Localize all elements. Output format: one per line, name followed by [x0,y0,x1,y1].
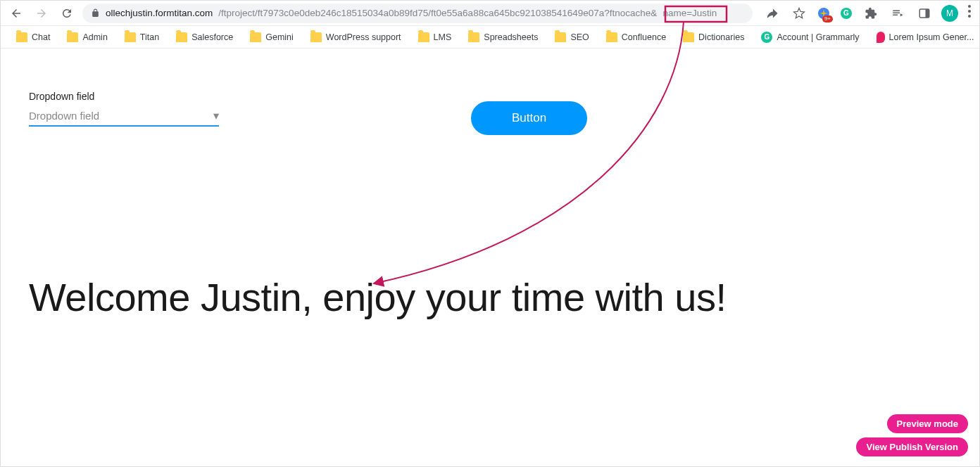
folder-icon [468,32,479,42]
bookmark-item[interactable]: Gemini [246,30,298,45]
kebab-icon [968,5,971,18]
toolbar-right-icons: 9+ G M [758,4,974,23]
bookmark-item[interactable]: Spreadsheets [464,30,542,45]
folder-icon [418,32,429,42]
svg-point-3 [968,5,971,8]
sidepanel-icon [918,7,931,20]
bookmark-label: LMS [434,32,452,42]
welcome-heading: Welcome Justin, enjoy your time with us! [29,274,951,320]
sidepanel-button[interactable] [915,4,934,23]
share-button[interactable] [762,4,782,23]
url-path: /ftproject/ft7973c0e0deb246c18515034a0b8… [218,8,657,18]
bookmark-star-button[interactable] [789,4,809,23]
url-query: name=Justin [662,8,717,18]
bookmark-label: Dictionaries [698,32,744,42]
svg-point-5 [968,15,971,18]
bookmark-item[interactable]: Lorem Ipsum Gener... [872,29,979,46]
folder-icon [176,32,187,42]
bookmark-label: Confluence [622,32,666,42]
arrow-right-icon [35,7,48,20]
dropdown-group: Dropdown field Dropdown field ▾ [29,91,219,127]
bookmarks-bar: ChatAdminTitanSalesforceGeminiWordPress … [1,26,979,49]
bookmark-label: Gemini [265,32,294,42]
playlist-icon [891,7,904,20]
bookmark-label: Admin [82,32,107,42]
browser-toolbar: ollechjustin.formtitan.com/ftproject/ft7… [1,1,979,26]
pin-icon [877,32,885,43]
page-content: Dropdown field Dropdown field ▾ Button W… [1,49,979,320]
bookmark-label: Titan [140,32,159,42]
share-icon [766,7,779,20]
dropdown-placeholder: Dropdown field [29,110,99,122]
svg-rect-2 [926,9,929,18]
dropdown-label: Dropdown field [29,91,219,102]
bookmark-item[interactable]: Dictionaries [679,30,748,45]
bookmark-label: Salesforce [191,32,233,42]
view-publish-button[interactable]: View Publish Version [856,437,968,456]
svg-point-4 [968,10,971,13]
star-icon [793,7,805,20]
bookmark-item[interactable]: Chat [12,30,54,45]
url-bar[interactable]: ollechjustin.formtitan.com/ftproject/ft7… [82,4,753,23]
bookmark-label: SEO [570,32,589,42]
bookmark-item[interactable]: Admin [63,30,111,45]
arrow-left-icon [10,7,23,20]
bookmark-item[interactable]: SEO [551,30,593,45]
avatar-initial: M [946,8,953,18]
folder-icon [67,32,78,42]
bookmark-item[interactable]: LMS [414,30,456,45]
bookmark-item[interactable]: WordPress support [306,30,406,45]
reload-button[interactable] [57,4,77,23]
dropdown-field[interactable]: Dropdown field ▾ [29,106,219,127]
reload-icon [61,7,73,20]
bookmark-item[interactable]: Confluence [602,30,670,45]
puzzle-icon [865,7,877,20]
bookmark-label: Spreadsheets [484,32,538,42]
bookmark-item[interactable]: Titan [120,30,163,45]
primary-button[interactable]: Button [471,101,587,135]
forward-button[interactable] [32,4,51,23]
profile-avatar[interactable]: M [941,5,958,22]
folder-icon [683,32,694,42]
bookmark-label: Account | Grammarly [777,32,859,42]
playlist-button[interactable] [888,4,907,23]
extension-colorful[interactable]: 9+ [816,6,831,21]
extensions-button[interactable] [861,4,881,23]
floating-pills: Preview mode View Publish Version [856,414,968,456]
grammarly-icon: G [841,8,852,19]
url-host: ollechjustin.formtitan.com [106,8,213,18]
extension-grammarly[interactable]: G [838,6,854,21]
bookmark-label: Lorem Ipsum Gener... [889,32,974,42]
bookmark-label: WordPress support [326,32,401,42]
folder-icon [250,32,261,42]
folder-icon [310,32,322,42]
bookmark-item[interactable]: GAccount | Grammarly [757,29,863,46]
preview-mode-button[interactable]: Preview mode [887,414,968,433]
chevron-down-icon: ▾ [213,109,219,122]
folder-icon [125,32,136,42]
bookmark-item[interactable]: Salesforce [172,30,237,45]
grammarly-icon: G [761,32,772,43]
back-button[interactable] [6,4,26,23]
extension-badge: 9+ [822,15,833,23]
chrome-menu-button[interactable] [965,5,974,21]
lock-icon [91,8,100,18]
folder-icon [16,32,27,42]
bookmark-label: Chat [32,32,50,42]
folder-icon [555,32,566,42]
folder-icon [606,32,617,42]
